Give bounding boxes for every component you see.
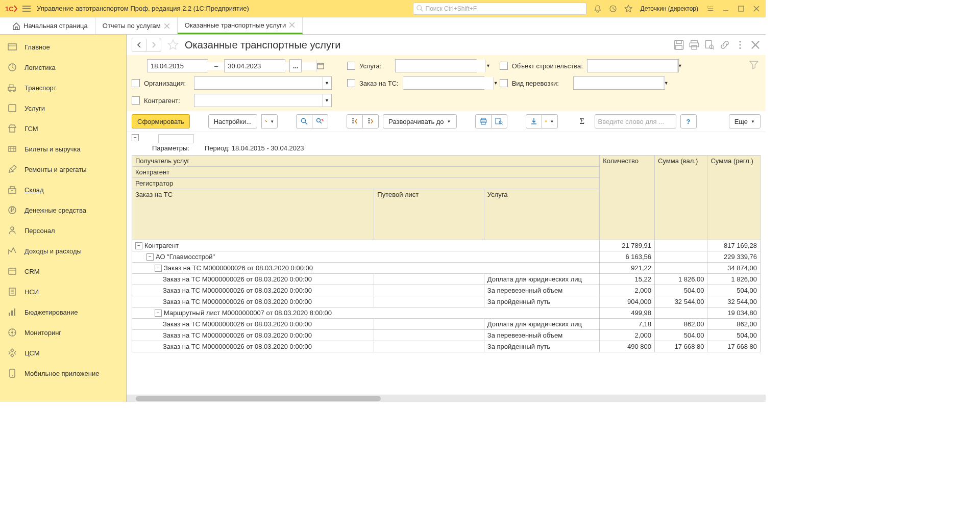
org-combo[interactable]: ▼ (194, 76, 332, 90)
collapse-button[interactable] (347, 114, 363, 128)
table-row[interactable]: Заказ на ТС М0000000026 от 08.03.2020 0:… (132, 330, 761, 341)
tab-reports-label: Отчеты по услугам (103, 22, 161, 30)
favorite-star-icon[interactable] (167, 39, 179, 50)
date-to[interactable] (224, 59, 285, 72)
row-toggle[interactable]: − (155, 310, 162, 317)
sidebar-item-7[interactable]: Склад (0, 179, 126, 200)
send-email-button[interactable]: ▼ (542, 114, 558, 128)
row-toggle[interactable]: − (135, 242, 142, 249)
close-icon[interactable] (289, 22, 295, 28)
help-button[interactable]: ? (680, 114, 697, 128)
date-range-button[interactable]: ... (289, 59, 302, 72)
chevron-down-icon[interactable]: ▼ (664, 77, 669, 89)
sidebar-item-5[interactable]: Билеты и выручка (0, 139, 126, 159)
date-to-input[interactable] (225, 62, 316, 70)
preview-button[interactable] (491, 114, 507, 128)
link-icon[interactable] (720, 40, 730, 50)
close-icon[interactable] (750, 40, 761, 50)
variants-button[interactable]: ▼ (261, 114, 278, 128)
org-checkbox[interactable] (132, 79, 140, 87)
save-file-button[interactable] (526, 114, 542, 128)
table-row[interactable]: Заказ на ТС М0000000026 от 08.03.2020 0:… (132, 319, 761, 330)
hscrollbar[interactable] (127, 395, 766, 402)
user-name[interactable]: Деточкин (директор) (641, 5, 698, 12)
kind-checkbox[interactable] (500, 79, 508, 87)
nav-back-button[interactable] (132, 38, 146, 52)
star-icon[interactable] (623, 4, 633, 14)
order-combo[interactable]: ▼ (403, 76, 484, 90)
report-area[interactable]: − Параметры: Период: 18.04.2015 - 30.04.… (127, 132, 766, 395)
kind-combo[interactable]: ▼ (573, 76, 665, 90)
sidebar-item-14[interactable]: Мониторинг (0, 322, 126, 343)
table-row[interactable]: Заказ на ТС М0000000026 от 08.03.2020 0:… (132, 341, 761, 352)
table-row[interactable]: Заказ на ТС М0000000026 от 08.03.2020 0:… (132, 285, 761, 296)
row-toggle[interactable]: − (146, 253, 154, 261)
table-row[interactable]: Заказ на ТС М0000000026 от 08.03.2020 0:… (132, 296, 761, 307)
sidebar-item-1[interactable]: Логистика (0, 57, 126, 78)
close-icon[interactable] (164, 23, 170, 29)
global-search[interactable] (413, 3, 586, 15)
table-row[interactable]: −Заказ на ТС М0000000026 от 08.03.2020 0… (132, 263, 761, 274)
funnel-icon[interactable] (749, 60, 758, 69)
sidebar-item-8[interactable]: ₽Денежные средства (0, 200, 126, 220)
find-input[interactable] (595, 114, 676, 128)
minimize-icon[interactable] (721, 4, 731, 14)
nav-forward-button[interactable] (146, 38, 161, 52)
chevron-down-icon[interactable]: ▼ (322, 77, 331, 89)
date-from[interactable] (147, 59, 208, 72)
expand-button[interactable] (362, 114, 379, 128)
row-toggle[interactable]: − (155, 265, 162, 272)
table-row[interactable]: −Маршрутный лист М0000000007 от 08.03.20… (132, 307, 761, 319)
tab-reports[interactable]: Отчеты по услугам (95, 17, 178, 34)
global-search-input[interactable] (426, 5, 583, 12)
sidebar-item-13[interactable]: Бюджетирование (0, 302, 126, 322)
sidebar-item-9[interactable]: Персонал (0, 220, 126, 241)
sidebar-item-15[interactable]: ЦСМ (0, 343, 126, 363)
save-icon[interactable] (674, 40, 684, 50)
close-icon[interactable] (751, 4, 762, 14)
service-combo[interactable]: ▼ (395, 59, 477, 72)
service-checkbox[interactable] (347, 62, 355, 70)
settings-button[interactable]: Настройки... (208, 114, 258, 128)
object-combo[interactable]: ▼ (587, 59, 679, 72)
sidebar-item-6[interactable]: Ремонты и агрегаты (0, 159, 126, 179)
order-checkbox[interactable] (347, 79, 355, 87)
chevron-down-icon[interactable]: ▼ (485, 60, 491, 72)
object-checkbox[interactable] (500, 62, 508, 70)
sidebar-item-16[interactable]: Мобильное приложение (0, 363, 126, 383)
table-row[interactable]: Заказ на ТС М0000000026 от 08.03.2020 0:… (132, 274, 761, 285)
tab-home[interactable]: Начальная страница (5, 17, 95, 34)
table-row[interactable]: −Контрагент21 789,91817 169,28 (132, 240, 761, 251)
calendar-icon[interactable] (316, 60, 324, 72)
sidebar-item-12[interactable]: НСИ (0, 281, 126, 302)
bell-icon[interactable] (593, 4, 603, 14)
more-button[interactable]: Еще▼ (729, 114, 761, 128)
maximize-icon[interactable] (736, 4, 746, 14)
user-menu-icon[interactable] (705, 4, 716, 14)
sidebar-item-4[interactable]: ГСМ (0, 118, 126, 139)
sidebar-item-0[interactable]: Главное (0, 37, 126, 57)
preview-icon[interactable] (704, 40, 715, 50)
kebab-icon[interactable] (735, 40, 745, 50)
sidebar-item-2[interactable]: Транспорт (0, 78, 126, 98)
chevron-down-icon[interactable]: ▼ (322, 94, 331, 107)
history-icon[interactable] (608, 4, 618, 14)
contr-combo[interactable]: ▼ (194, 94, 332, 107)
contr-checkbox[interactable] (132, 96, 140, 105)
sidebar-item-10[interactable]: Доходы и расходы (0, 241, 126, 261)
find-button[interactable] (296, 114, 312, 128)
generate-button[interactable]: Сформировать (132, 114, 190, 128)
expand-to-button[interactable]: Разворачивать до▼ (383, 114, 456, 128)
tab-services[interactable]: Оказанные транспортные услуги (178, 17, 303, 34)
print-button[interactable] (475, 114, 492, 128)
chevron-down-icon[interactable]: ▼ (493, 77, 498, 89)
find-next-button[interactable] (312, 114, 328, 128)
sum-button[interactable]: Σ (574, 114, 591, 128)
collapse-toggle[interactable]: − (132, 134, 139, 141)
table-row[interactable]: −АО "Главмосстрой"6 163,56229 339,76 (132, 251, 761, 263)
sidebar-item-3[interactable]: Услуги (0, 98, 126, 118)
print-icon[interactable] (689, 40, 699, 50)
chevron-down-icon[interactable]: ▼ (677, 60, 682, 72)
main-menu-icon[interactable] (20, 3, 33, 15)
sidebar-item-11[interactable]: CRM (0, 261, 126, 281)
